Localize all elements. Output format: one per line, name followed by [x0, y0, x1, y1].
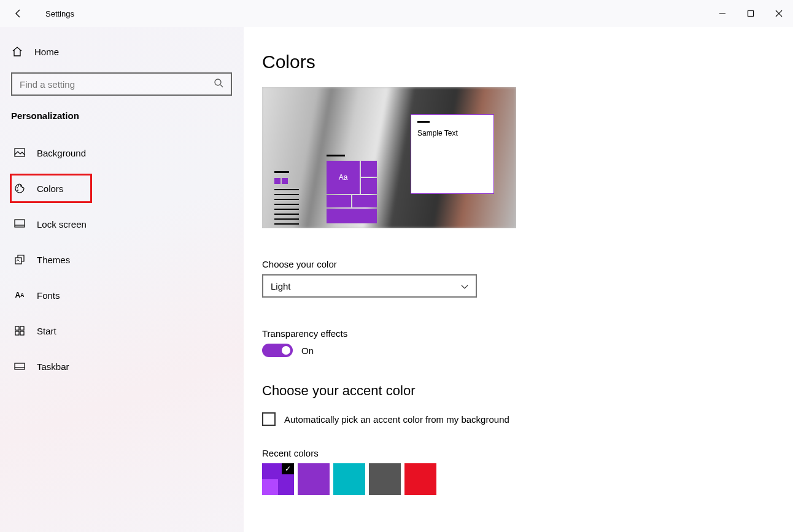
preview-tile-text: Aa	[327, 161, 360, 194]
sidebar-item-fonts[interactable]: AA Fonts	[11, 282, 233, 309]
check-icon: ✓	[282, 463, 294, 474]
themes-icon	[14, 253, 26, 266]
sidebar-item-label: Fonts	[37, 290, 60, 301]
svg-point-7	[17, 187, 18, 188]
svg-rect-11	[15, 220, 25, 227]
sidebar-item-label: Background	[37, 148, 86, 158]
sidebar-item-label: Themes	[37, 255, 70, 265]
transparency-toggle[interactable]	[262, 344, 293, 357]
fonts-icon: AA	[14, 289, 26, 301]
sidebar-item-taskbar[interactable]: Taskbar	[11, 353, 233, 380]
sidebar-item-label: Colors	[37, 183, 63, 194]
recent-color-swatch[interactable]	[333, 463, 365, 495]
svg-rect-14	[15, 326, 19, 330]
auto-pick-checkbox-row[interactable]: Automatically pick an accent color from …	[262, 412, 793, 426]
transparency-value: On	[301, 345, 314, 356]
section-label: Personalization	[11, 110, 233, 121]
palette-icon	[14, 182, 26, 195]
home-icon	[11, 45, 23, 58]
svg-point-8	[18, 185, 19, 187]
sidebar-item-background[interactable]: Background	[11, 139, 233, 166]
recent-colors-row: ✓	[262, 463, 793, 495]
start-icon	[14, 325, 26, 337]
titlebar: Settings	[0, 0, 793, 27]
svg-rect-18	[15, 363, 25, 369]
svg-point-4	[215, 79, 221, 85]
back-button[interactable]	[11, 6, 26, 21]
transparency-label: Transparency effects	[262, 328, 793, 339]
window-title: Settings	[45, 9, 74, 18]
svg-rect-6	[15, 148, 25, 156]
svg-point-9	[20, 185, 21, 187]
auto-pick-checkbox[interactable]	[262, 412, 276, 426]
search-icon	[214, 78, 223, 90]
sidebar-item-lock-screen[interactable]: Lock screen	[11, 210, 233, 237]
lock-screen-icon	[14, 218, 26, 230]
recent-color-swatch[interactable]: ✓	[262, 463, 294, 495]
auto-pick-label: Automatically pick an accent color from …	[284, 414, 509, 425]
recent-color-swatch[interactable]	[369, 463, 401, 495]
close-button[interactable]	[765, 4, 793, 23]
preview-sample-window: Sample Text	[411, 114, 494, 194]
svg-line-5	[220, 85, 223, 87]
accent-section-title: Choose your accent color	[262, 383, 793, 399]
maximize-button[interactable]	[737, 4, 765, 23]
search-box[interactable]	[11, 72, 232, 96]
sidebar: Home Personalization Background Colors L…	[0, 27, 244, 532]
svg-rect-16	[15, 331, 19, 335]
search-input[interactable]	[20, 79, 214, 90]
preview-sample-text: Sample Text	[417, 129, 487, 137]
svg-point-10	[17, 190, 18, 191]
svg-rect-13	[15, 258, 21, 264]
minimize-button[interactable]	[708, 4, 737, 23]
page-title: Colors	[262, 52, 793, 72]
content: Colors Aa Sample Text	[244, 27, 793, 532]
choose-color-label: Choose your color	[262, 259, 793, 269]
color-preview: Aa Sample Text	[262, 87, 516, 228]
recent-color-swatch[interactable]	[298, 463, 330, 495]
sidebar-item-colors[interactable]: Colors	[11, 175, 91, 202]
svg-rect-1	[748, 11, 754, 17]
sidebar-item-label: Lock screen	[37, 219, 87, 229]
picture-icon	[14, 147, 26, 159]
choose-color-value: Light	[271, 281, 291, 291]
recent-color-swatch[interactable]	[404, 463, 436, 495]
svg-rect-17	[20, 331, 24, 335]
choose-color-dropdown[interactable]: Light	[262, 274, 477, 298]
sidebar-item-label: Start	[37, 326, 56, 336]
taskbar-icon	[14, 360, 26, 372]
sidebar-item-start[interactable]: Start	[11, 317, 233, 344]
sidebar-item-themes[interactable]: Themes	[11, 246, 233, 273]
home-label: Home	[34, 47, 59, 57]
chevron-down-icon	[461, 281, 468, 291]
sidebar-item-label: Taskbar	[37, 361, 69, 372]
home-link[interactable]: Home	[11, 44, 233, 59]
svg-rect-15	[20, 326, 24, 330]
recent-colors-label: Recent colors	[262, 448, 793, 458]
